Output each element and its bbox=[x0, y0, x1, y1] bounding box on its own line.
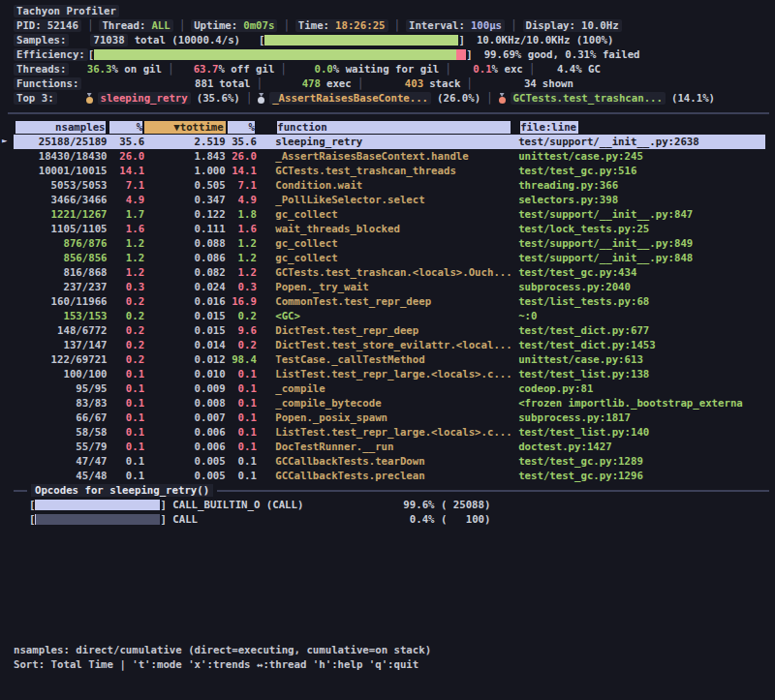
table-row-content: 1105/11051.60.1111.6wait_threads_blocked… bbox=[14, 222, 765, 236]
cell-cumulative-pct: 35.6 bbox=[226, 135, 257, 149]
cell-file-line: test/test_list.py:138 bbox=[512, 367, 765, 381]
table-row[interactable]: 876/8761.20.0881.2gc_collecttest/support… bbox=[14, 236, 767, 251]
divider bbox=[439, 63, 456, 76]
divider bbox=[388, 19, 406, 32]
table-row[interactable]: 816/8681.20.0821.2GCTests.test_trashcan.… bbox=[14, 265, 767, 280]
table-row[interactable]: 137/1470.20.0140.2DictTest.test_store_ev… bbox=[14, 338, 767, 352]
cell-file-line: codeop.py:81 bbox=[512, 381, 765, 396]
cell-nsamples: 160/11966 bbox=[14, 294, 108, 309]
cell-cumulative-pct: 16.9 bbox=[226, 294, 257, 309]
cell-file-line: test/test_gc.py:1296 bbox=[512, 469, 765, 483]
top1-name: sleeping_retry bbox=[98, 92, 191, 105]
cell-cumulative-pct: 1.6 bbox=[226, 222, 257, 236]
table-row[interactable]: 83/830.10.0080.1_compile_bytecode<frozen… bbox=[14, 396, 767, 411]
divider bbox=[523, 63, 541, 76]
cell-direct-pct: 0.1 bbox=[108, 425, 145, 440]
cell-direct-pct: 4.9 bbox=[108, 193, 145, 207]
table-row-content: 45/480.10.0050.1GCCallbackTests.preclean… bbox=[14, 469, 765, 483]
divider bbox=[460, 77, 478, 90]
table-row[interactable]: 1221/12671.70.1221.8gc_collecttest/suppo… bbox=[14, 207, 767, 222]
cell-nsamples: 148/6772 bbox=[14, 323, 108, 338]
efficiency-row: Efficiency:[]99.69% good, 0.31% failed bbox=[14, 47, 767, 62]
cell-function: DictTest.test_store_evilattr.<local... bbox=[257, 338, 512, 352]
table-row[interactable]: 237/2370.30.0240.3Popen._try_waitsubproc… bbox=[14, 280, 767, 294]
table-row-content: 5053/50537.10.5057.1Condition.waitthread… bbox=[14, 178, 765, 193]
cell-tottime: 0.010 bbox=[144, 367, 226, 381]
table-row[interactable]: ►25188/2518935.62.51935.6sleeping_retryt… bbox=[14, 135, 767, 149]
horizontal-rule bbox=[8, 112, 769, 114]
table-row-content: 876/8761.20.0881.2gc_collecttest/support… bbox=[14, 236, 765, 251]
cell-nsamples: 1105/1105 bbox=[14, 222, 108, 236]
cell-tottime: 0.014 bbox=[144, 338, 226, 352]
cell-cumulative-pct: 7.1 bbox=[226, 178, 257, 193]
cell-direct-pct: 1.2 bbox=[108, 265, 145, 280]
cell-file-line: test/test_list.py:140 bbox=[512, 425, 765, 440]
cell-nsamples: 876/876 bbox=[14, 236, 108, 251]
header-cumulative-pct[interactable]: % bbox=[226, 121, 257, 134]
cell-tottime: 0.012 bbox=[144, 352, 226, 367]
table-row[interactable]: 18430/1843026.01.84326.0_AssertRaisesBas… bbox=[14, 149, 767, 164]
display-label: Display: bbox=[526, 19, 575, 32]
opcode-stats: 0.4% ( 100) bbox=[391, 513, 491, 526]
table-row[interactable]: 55/790.10.0060.1DocTestRunner.__rundocte… bbox=[14, 440, 767, 454]
header-file-line[interactable]: file:line bbox=[518, 121, 580, 134]
gold-medal-icon bbox=[86, 93, 93, 104]
table-row[interactable]: 148/67720.20.0159.6DictTest.test_repr_de… bbox=[14, 323, 767, 338]
table-row[interactable]: 153/1530.20.0150.2<GC>~:0 bbox=[14, 309, 767, 323]
pid-label: PID: bbox=[16, 19, 42, 32]
off-gil-pct: 63.7 bbox=[179, 63, 218, 76]
table-row[interactable]: 1105/11051.60.1111.6wait_threads_blocked… bbox=[14, 222, 767, 236]
header-nsamples[interactable]: nsamples bbox=[14, 121, 108, 134]
cell-file-line: unittest/case.py:613 bbox=[512, 352, 765, 367]
cell-cumulative-pct: 9.6 bbox=[226, 323, 257, 338]
cell-function: GCCallbackTests.preclean bbox=[257, 469, 512, 483]
display-group: Display:10.0Hz bbox=[523, 19, 622, 32]
interval-value: 100µs bbox=[471, 19, 502, 32]
table-row[interactable]: 5053/50537.10.5057.1Condition.waitthread… bbox=[14, 178, 767, 193]
table-row-content: 122/697210.20.01298.4TestCase._callTestM… bbox=[14, 352, 765, 367]
cell-nsamples: 66/67 bbox=[14, 411, 108, 425]
cell-cumulative-pct: 1.8 bbox=[226, 207, 257, 222]
table-row[interactable]: 122/697210.20.01298.4TestCase._callTestM… bbox=[14, 352, 767, 367]
cell-cumulative-pct: 1.2 bbox=[226, 236, 257, 251]
blank-area bbox=[14, 527, 767, 643]
header-direct-pct[interactable]: % bbox=[108, 121, 145, 134]
opcode-bar bbox=[35, 514, 160, 525]
table-row[interactable]: 3466/34664.90.3474.9_PollLikeSelector.se… bbox=[14, 193, 767, 207]
functions-stack: 403 bbox=[369, 77, 423, 90]
divider bbox=[505, 19, 522, 32]
table-row[interactable]: 66/670.10.0070.1Popen._posix_spawnsubpro… bbox=[14, 411, 767, 425]
cell-nsamples: 45/48 bbox=[14, 469, 108, 483]
table-row[interactable]: 100/1000.10.0100.1ListTest.test_repr_lar… bbox=[14, 367, 767, 381]
cell-direct-pct: 1.6 bbox=[108, 222, 145, 236]
divider bbox=[240, 92, 258, 105]
top3-name: GCTests.test_trashcan... bbox=[511, 92, 666, 105]
samples-bar-fill bbox=[264, 35, 458, 46]
table-row[interactable]: 856/8561.20.0861.2gc_collecttest/support… bbox=[14, 251, 767, 265]
header-tottime-sorted[interactable]: ▼tottime bbox=[144, 121, 226, 134]
pid-value: 52146 bbox=[47, 19, 78, 32]
rule-segment bbox=[14, 490, 27, 492]
thread-group[interactable]: Thread:ALL bbox=[99, 19, 172, 32]
footer-help-line2: Sort: Total Time | 't':mode 'x':trends ↔… bbox=[14, 657, 767, 672]
cell-file-line: subprocess.py:2040 bbox=[512, 280, 765, 294]
cell-direct-pct: 1.2 bbox=[108, 251, 145, 265]
table-row[interactable]: 47/470.10.0050.1GCCallbackTests.tearDown… bbox=[14, 454, 767, 469]
table-row[interactable]: 160/119660.20.01616.9CommonTest.test_rep… bbox=[14, 294, 767, 309]
table-row[interactable]: 45/480.10.0050.1GCCallbackTests.preclean… bbox=[14, 469, 767, 483]
profiler-screen: Tachyon Profiler PID:52146Thread:ALLUpti… bbox=[0, 0, 775, 700]
table-row[interactable]: 10001/1001514.11.00014.1GCTests.test_tra… bbox=[14, 164, 767, 178]
silver-medal-icon bbox=[258, 93, 264, 104]
cell-direct-pct: 1.7 bbox=[108, 207, 145, 222]
header-function[interactable]: function bbox=[275, 121, 512, 134]
cell-function: gc_collect bbox=[257, 207, 512, 222]
cell-file-line: test/support/__init__.py:2638 bbox=[512, 135, 765, 149]
table-row-content: 3466/34664.90.3474.9_PollLikeSelector.se… bbox=[14, 193, 765, 207]
table-row[interactable]: 95/950.10.0090.1_compilecodeop.py:81 bbox=[14, 381, 767, 396]
opcodes-title: Opcodes for sleeping_retry() bbox=[31, 484, 213, 497]
functions-shown: 34 bbox=[479, 77, 537, 90]
cell-tottime: 0.006 bbox=[144, 425, 226, 440]
cell-nsamples: 25188/25189 bbox=[14, 135, 108, 149]
table-row[interactable]: 58/580.10.0060.1ListTest.test_repr_large… bbox=[14, 425, 767, 440]
cell-direct-pct: 0.2 bbox=[108, 309, 145, 323]
